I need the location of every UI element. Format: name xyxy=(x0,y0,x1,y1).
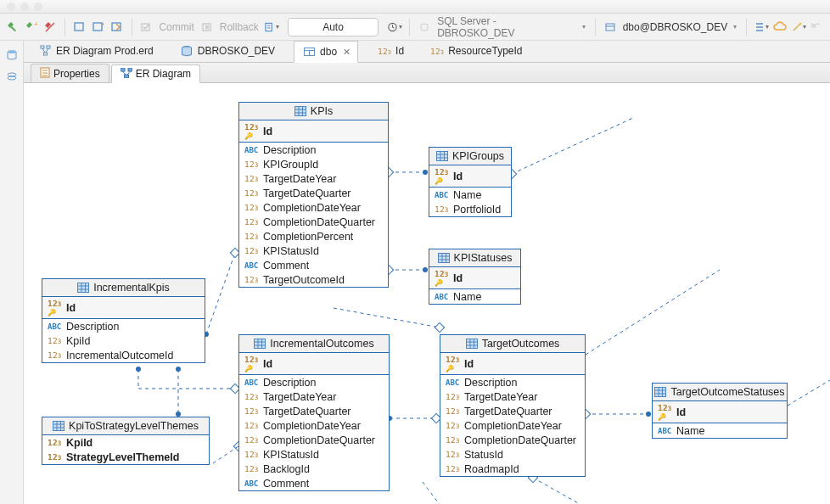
entity-column[interactable]: 123🔑Id xyxy=(429,267,520,289)
column-name: PortfolioId xyxy=(453,204,501,216)
entity-column[interactable]: 123CompletionDateQuarter xyxy=(239,433,389,447)
entity-column[interactable]: 123TargetDateQuarter xyxy=(239,404,389,418)
svg-rect-3 xyxy=(75,23,83,31)
svg-line-41 xyxy=(206,253,235,334)
entity-column[interactable]: 123KpiId xyxy=(42,333,205,348)
entity-kpistatuses[interactable]: KPIStatuses123🔑IdABCName xyxy=(429,249,521,305)
window-minimize-icon[interactable] xyxy=(20,3,29,11)
er-diagram-canvas[interactable]: KPIs123🔑IdABCDescription123KPIGroupId123… xyxy=(24,83,830,504)
entity-title: KPIStatuses xyxy=(454,252,513,264)
entity-kpis[interactable]: KPIs123🔑IdABCDescription123KPIGroupId123… xyxy=(238,102,389,288)
entity-column[interactable]: 123TargetDateYear xyxy=(239,389,389,404)
entity-column[interactable]: 123🔑Id xyxy=(239,353,389,375)
toolbar-separator xyxy=(746,19,747,36)
svg-point-49 xyxy=(176,367,181,372)
entity-column[interactable]: 123🔑Id xyxy=(239,120,388,143)
history-icon[interactable]: ▾ xyxy=(387,20,402,35)
tx-mode-icon[interactable]: ▾ xyxy=(264,20,279,35)
entity-kpitostrategylevelthemes[interactable]: KpiToStrategyLevelThemes123KpiId123Strat… xyxy=(42,417,210,465)
entity-column[interactable]: 123TargetDateQuarter xyxy=(239,186,388,200)
entity-column[interactable]: 123CompletionPercent xyxy=(239,229,388,244)
sub-tab-properties[interactable]: Properties xyxy=(31,64,109,82)
column-name: StrategyLevelThemeId xyxy=(66,451,179,463)
entity-targetoutcomes[interactable]: TargetOutcomes123🔑IdABCDescription123Tar… xyxy=(440,334,586,477)
datasource-selector[interactable]: SQL Server - DBROSKO_DEV xyxy=(437,15,576,39)
editor-tab[interactable]: DBROSKO_DEV xyxy=(172,40,282,62)
entity-column[interactable]: ABCName xyxy=(653,423,787,438)
svg-rect-20 xyxy=(41,46,44,48)
tab-label: Properties xyxy=(53,68,100,80)
entity-column[interactable]: 123IncrementalOutcomeId xyxy=(42,348,205,362)
tab-label: ER Diagram Prod.erd xyxy=(56,45,154,57)
entity-column[interactable]: 123🔑Id xyxy=(653,401,787,423)
entity-incrementalkpis[interactable]: IncrementalKpis123🔑IdABCDescription123Kp… xyxy=(42,278,205,363)
entity-column[interactable]: 123StatusId xyxy=(440,447,585,462)
gutter-stack-icon[interactable] xyxy=(4,70,20,85)
list-icon[interactable]: ▾ xyxy=(754,20,769,35)
sql-new-icon[interactable]: + xyxy=(91,20,106,35)
gutter-db-icon[interactable] xyxy=(4,48,20,63)
sql-open-icon[interactable] xyxy=(109,20,125,35)
entity-column[interactable]: 123StrategyLevelThemeId xyxy=(42,450,209,464)
entity-column[interactable]: 123CompletionDateQuarter xyxy=(440,433,585,447)
entity-column[interactable]: ABCName xyxy=(429,289,520,304)
entity-column[interactable]: ABCComment xyxy=(239,258,388,272)
column-name: BacklogId xyxy=(263,463,310,475)
plug-new-icon[interactable]: + xyxy=(24,20,39,35)
entity-column[interactable]: 123KPIStatusId xyxy=(239,244,388,258)
svg-point-53 xyxy=(423,170,428,175)
entity-column[interactable]: 123TargetDateYear xyxy=(440,389,585,404)
schema-selector[interactable]: dbo@DBROSKO_DEV xyxy=(623,21,728,33)
entity-column[interactable]: ABCComment xyxy=(239,476,389,490)
sql-editor-icon[interactable] xyxy=(72,20,87,35)
entity-column[interactable]: 123KpiId xyxy=(42,435,209,450)
column-name: Id xyxy=(464,358,474,370)
entity-column[interactable]: ABCDescription xyxy=(239,143,388,157)
entity-column[interactable]: 123KPIGroupId xyxy=(239,157,388,171)
entity-column[interactable]: 123KPIStatusId xyxy=(239,447,389,462)
entity-header: KPIStatuses xyxy=(429,249,520,267)
plug-disconnect-icon[interactable] xyxy=(42,20,58,35)
svg-text:+: + xyxy=(101,21,104,28)
entity-column[interactable]: 123🔑Id xyxy=(429,165,511,188)
entity-column[interactable]: 123TargetOutcomeId xyxy=(239,272,388,287)
entity-column[interactable]: ABCName xyxy=(429,188,511,202)
entity-column[interactable]: 123BacklogId xyxy=(239,462,389,476)
entity-column[interactable]: 123RoadmapId xyxy=(440,462,585,476)
entity-targetoutcomestatuses[interactable]: TargetOutcomeStatuses123🔑IdABCName xyxy=(652,383,788,439)
entity-column[interactable]: ABCDescription xyxy=(239,375,389,389)
entity-column[interactable]: 123🔑Id xyxy=(440,353,585,375)
column-name: Id xyxy=(263,126,272,137)
sub-tab-er-diagram[interactable]: ER Diagram xyxy=(111,64,200,83)
entity-column[interactable]: 123CompletionDateYear xyxy=(239,200,388,215)
entity-column[interactable]: 123PortfolioId xyxy=(429,202,511,216)
cloud-icon[interactable] xyxy=(772,20,788,35)
entity-column[interactable]: 123🔑Id xyxy=(42,297,205,319)
entity-column[interactable]: 123CompletionDateQuarter xyxy=(239,215,388,229)
column-name: CompletionPercent xyxy=(263,231,353,243)
entity-column[interactable]: ABCDescription xyxy=(440,375,585,389)
plug-connect-icon[interactable] xyxy=(5,20,20,35)
entity-kpigroups[interactable]: KPIGroups123🔑IdABCName123PortfolioId xyxy=(429,147,512,217)
editor-tab[interactable]: ER Diagram Prod.erd xyxy=(31,40,160,62)
window-zoom-icon[interactable] xyxy=(34,3,42,11)
entity-column[interactable]: 123CompletionDateYear xyxy=(440,418,585,433)
window-close-icon[interactable] xyxy=(7,3,15,11)
svg-point-56 xyxy=(423,267,428,272)
close-icon[interactable]: ✕ xyxy=(343,47,351,58)
entity-incrementaloutcomes[interactable]: IncrementalOutcomes123🔑IdABCDescription1… xyxy=(238,334,390,491)
column-name: Id xyxy=(66,302,76,314)
editor-tab[interactable]: 123Id xyxy=(370,40,411,62)
entity-column[interactable]: 123TargetDateYear xyxy=(239,171,388,186)
entity-column[interactable]: ABCDescription xyxy=(42,319,205,333)
autocommit-combo[interactable]: Auto xyxy=(288,18,379,36)
entity-column[interactable]: 123CompletionDateYear xyxy=(239,418,389,433)
svg-line-23 xyxy=(42,48,45,53)
entity-column[interactable]: 123TargetDateQuarter xyxy=(440,404,585,418)
editor-tab[interactable]: 123ResourceTypeId xyxy=(423,40,529,62)
wand-icon[interactable]: ▾ xyxy=(791,20,806,35)
editor-tab[interactable]: dbo✕ xyxy=(294,41,358,63)
entity-title: KPIs xyxy=(311,105,333,117)
entity-header: TargetOutcomes xyxy=(440,335,585,353)
entity-header: IncrementalOutcomes xyxy=(239,335,389,353)
